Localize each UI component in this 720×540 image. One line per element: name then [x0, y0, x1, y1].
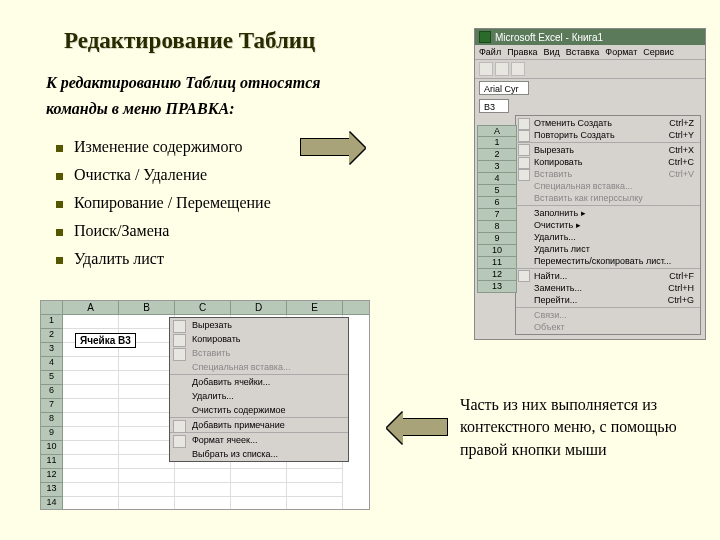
edit-menu-item[interactable]: Найти...Ctrl+F: [516, 268, 700, 282]
menu-edit[interactable]: Правка: [507, 47, 537, 57]
edit-menu-item[interactable]: Связи...: [516, 307, 700, 321]
row-header[interactable]: 12: [41, 469, 63, 483]
row-header[interactable]: 13: [41, 483, 63, 497]
grid-cell[interactable]: [175, 483, 231, 497]
grid-cell[interactable]: [287, 469, 343, 483]
grid-cell[interactable]: [63, 399, 119, 413]
grid-cell[interactable]: [119, 399, 175, 413]
menu-tools[interactable]: Сервис: [643, 47, 674, 57]
row-header[interactable]: 4: [41, 357, 63, 371]
context-menu-item[interactable]: Удалить...: [170, 389, 348, 403]
grid-cell[interactable]: [231, 483, 287, 497]
row-header[interactable]: 11: [477, 257, 517, 269]
grid-cell[interactable]: [63, 483, 119, 497]
row-header[interactable]: 7: [477, 209, 517, 221]
grid-cell[interactable]: [175, 497, 231, 510]
toolbar-button[interactable]: [511, 62, 525, 76]
edit-menu-item[interactable]: Очистить ▸: [516, 219, 700, 231]
menu-insert[interactable]: Вставка: [566, 47, 599, 57]
grid-cell[interactable]: [231, 469, 287, 483]
grid-cell[interactable]: [287, 497, 343, 510]
edit-menu-item[interactable]: Перейти...Ctrl+G: [516, 294, 700, 306]
row-header[interactable]: 8: [41, 413, 63, 427]
edit-menu-item[interactable]: ВставитьCtrl+V: [516, 168, 700, 180]
name-box[interactable]: B3: [479, 99, 509, 113]
edit-menu-item[interactable]: КопироватьCtrl+C: [516, 156, 700, 168]
edit-menu-item[interactable]: Заполнить ▸: [516, 205, 700, 219]
edit-menu-item[interactable]: Вставить как гиперссылку: [516, 192, 700, 204]
menu-format[interactable]: Формат: [605, 47, 637, 57]
toolbar-button[interactable]: [495, 62, 509, 76]
row-header[interactable]: 5: [477, 185, 517, 197]
edit-menu-item[interactable]: Отменить СоздатьCtrl+Z: [516, 117, 700, 129]
context-menu-item[interactable]: Формат ячеек...: [170, 432, 348, 447]
grid-cell[interactable]: [119, 497, 175, 510]
col-header[interactable]: B: [119, 301, 175, 314]
edit-menu-item[interactable]: Объект: [516, 321, 700, 333]
grid-cell[interactable]: [119, 455, 175, 469]
col-header[interactable]: D: [231, 301, 287, 314]
grid-cell[interactable]: [119, 385, 175, 399]
grid-cell[interactable]: [63, 385, 119, 399]
context-menu-item[interactable]: Специальная вставка...: [170, 360, 348, 374]
grid-cell[interactable]: [63, 469, 119, 483]
grid-cell[interactable]: [119, 357, 175, 371]
grid-cell[interactable]: [119, 413, 175, 427]
context-menu-item[interactable]: Вставить: [170, 346, 348, 360]
context-menu-item[interactable]: Выбрать из списка...: [170, 447, 348, 461]
row-header[interactable]: 5: [41, 371, 63, 385]
grid-cell[interactable]: [63, 413, 119, 427]
row-header[interactable]: 6: [41, 385, 63, 399]
row-header[interactable]: 10: [477, 245, 517, 257]
font-name-box[interactable]: Arial Cyr: [479, 81, 529, 95]
grid-cell[interactable]: [119, 441, 175, 455]
context-menu-item[interactable]: Добавить примечание: [170, 417, 348, 432]
row-header[interactable]: 9: [41, 427, 63, 441]
col-header[interactable]: C: [175, 301, 231, 314]
row-header[interactable]: 12: [477, 269, 517, 281]
menu-view[interactable]: Вид: [544, 47, 560, 57]
grid-cell[interactable]: [63, 315, 119, 329]
menu-file[interactable]: Файл: [479, 47, 501, 57]
grid-cell[interactable]: [63, 357, 119, 371]
grid-cell[interactable]: [63, 427, 119, 441]
context-menu-item[interactable]: Очистить содержимое: [170, 403, 348, 417]
grid-cell[interactable]: [119, 483, 175, 497]
grid-cell[interactable]: [63, 497, 119, 510]
grid-cell[interactable]: [63, 371, 119, 385]
context-menu-item[interactable]: Копировать: [170, 332, 348, 346]
grid-cell[interactable]: [119, 469, 175, 483]
grid-cell[interactable]: [119, 427, 175, 441]
row-header[interactable]: 1: [477, 137, 517, 149]
context-menu-item[interactable]: Добавить ячейки...: [170, 374, 348, 389]
toolbar-button[interactable]: [479, 62, 493, 76]
grid-cell[interactable]: [175, 469, 231, 483]
row-header[interactable]: 13: [477, 281, 517, 293]
grid-cell[interactable]: [63, 455, 119, 469]
context-menu-item[interactable]: Вырезать: [170, 318, 348, 332]
grid-cell[interactable]: [231, 497, 287, 510]
row-header[interactable]: 9: [477, 233, 517, 245]
edit-menu-item[interactable]: Переместить/скопировать лист...: [516, 255, 700, 267]
edit-menu-item[interactable]: Повторить СоздатьCtrl+Y: [516, 129, 700, 141]
col-header[interactable]: E: [287, 301, 343, 314]
row-header[interactable]: 3: [477, 161, 517, 173]
row-header[interactable]: 4: [477, 173, 517, 185]
edit-menu-item[interactable]: Удалить...: [516, 231, 700, 243]
edit-menu-item[interactable]: ВырезатьCtrl+X: [516, 142, 700, 156]
col-header-a[interactable]: A: [477, 125, 517, 137]
col-header[interactable]: A: [63, 301, 119, 314]
row-header[interactable]: 10: [41, 441, 63, 455]
grid-cell[interactable]: [119, 371, 175, 385]
row-header[interactable]: 1: [41, 315, 63, 329]
grid-cell[interactable]: [119, 315, 175, 329]
edit-menu-item[interactable]: Удалить лист: [516, 243, 700, 255]
row-header[interactable]: 11: [41, 455, 63, 469]
row-header[interactable]: 8: [477, 221, 517, 233]
grid-cell[interactable]: [287, 483, 343, 497]
grid-cell[interactable]: [63, 441, 119, 455]
row-header[interactable]: 14: [41, 497, 63, 510]
row-header[interactable]: 7: [41, 399, 63, 413]
edit-menu-item[interactable]: Заменить...Ctrl+H: [516, 282, 700, 294]
select-all-corner[interactable]: [41, 301, 63, 314]
